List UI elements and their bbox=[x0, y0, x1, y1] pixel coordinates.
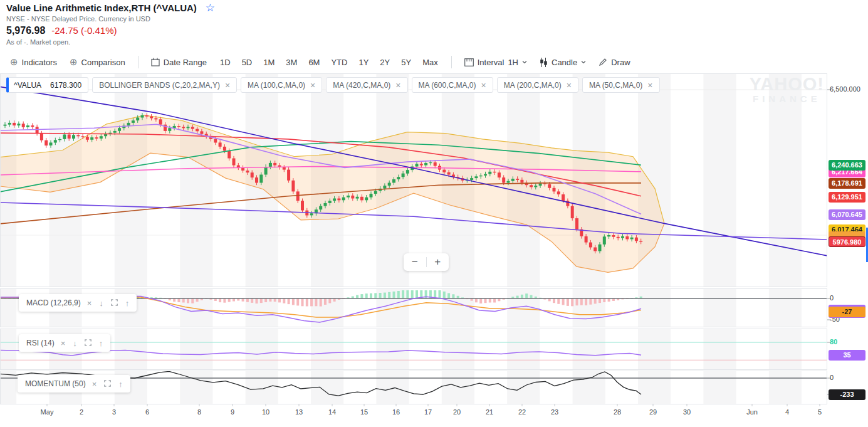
time-axis-label: 13 bbox=[295, 408, 303, 416]
comparison-label: Comparison bbox=[81, 58, 125, 67]
symbol-legend-chip[interactable]: ^VALUA 6178.300 bbox=[6, 77, 88, 93]
indicator-legend-chip[interactable]: MA (600,C,MA,0)× bbox=[412, 77, 493, 93]
price-tick: 6,500.000 bbox=[830, 85, 860, 93]
time-axis-label: 23 bbox=[551, 408, 558, 416]
circle-plus-icon: ⊕ bbox=[70, 56, 78, 68]
price-level-badge: 6,178.691 bbox=[829, 178, 865, 189]
candle-chart-icon bbox=[540, 58, 548, 67]
time-axis-label: 14 bbox=[328, 408, 336, 416]
close-icon[interactable]: × bbox=[567, 80, 572, 90]
up-icon[interactable]: ↑ bbox=[99, 339, 103, 347]
close-icon[interactable]: × bbox=[225, 80, 230, 90]
rsi-high-tick: 80 bbox=[830, 338, 837, 345]
range-button-6m[interactable]: 6M bbox=[303, 55, 325, 70]
time-axis-label: 30 bbox=[683, 408, 691, 416]
time-axis-label: 3 bbox=[112, 408, 116, 416]
calendar-icon bbox=[151, 58, 160, 66]
close-icon[interactable]: × bbox=[395, 80, 400, 90]
indicator-legend-chip[interactable]: MA (100,C,MA,0)× bbox=[241, 77, 322, 93]
macd-zero-tick: 0 bbox=[830, 294, 834, 302]
price-level-badge: 6,129.951 bbox=[829, 192, 865, 203]
momentum-value-badge: -233 bbox=[829, 389, 865, 400]
chart-type-label: Candle bbox=[552, 58, 577, 67]
range-button-1y[interactable]: 1Y bbox=[353, 55, 374, 70]
up-icon[interactable]: ↑ bbox=[125, 299, 130, 307]
legend-chip-row: ^VALUA 6178.300 BOLLINGER BANDS (C,20,2,… bbox=[6, 77, 660, 93]
symbol-label: ^VALUA bbox=[14, 81, 41, 90]
indicator-chip-label: BOLLINGER BANDS (C,20,2,MA,Y) bbox=[99, 81, 220, 90]
date-range-button[interactable]: Date Range bbox=[146, 55, 212, 70]
range-button-3m[interactable]: 3M bbox=[280, 55, 303, 70]
chart-type-dropdown[interactable]: Candle bbox=[535, 55, 591, 70]
price-change: -24.75 (-0.41%) bbox=[51, 25, 117, 36]
down-icon[interactable]: ↓ bbox=[99, 299, 103, 307]
time-axis-label: 6 bbox=[145, 408, 149, 416]
down-icon[interactable]: ↓ bbox=[73, 339, 77, 347]
interval-value: 1H bbox=[508, 58, 518, 67]
interval-label: Interval bbox=[478, 58, 505, 67]
expand-icon[interactable] bbox=[111, 299, 118, 307]
draw-label: Draw bbox=[611, 58, 630, 67]
chart-page: Value Line Arithmetic Index,RTH (^VALUA)… bbox=[0, 0, 868, 427]
time-axis-label: 5 bbox=[818, 408, 822, 416]
macd-panel-chip[interactable]: MACD (12,26,9) ×↓↑ bbox=[19, 294, 137, 312]
momentum-chip-buttons: ×↑ bbox=[92, 380, 123, 388]
interval-dropdown[interactable]: Interval 1H bbox=[459, 55, 532, 70]
range-button-2y[interactable]: 2Y bbox=[374, 55, 395, 70]
chart-toolbar: ⊕ Indicators ⊕ Comparison Date Range 1D5… bbox=[5, 54, 635, 70]
time-axis-label: 29 bbox=[649, 408, 657, 416]
range-button-ytd[interactable]: YTD bbox=[325, 55, 353, 70]
zoom-in-button[interactable]: + bbox=[427, 254, 449, 270]
time-axis-label: 9 bbox=[231, 408, 234, 416]
comparison-button[interactable]: ⊕ Comparison bbox=[65, 54, 130, 70]
toolbar-divider bbox=[138, 56, 139, 68]
indicator-chip-label: MA (200,C,MA,0) bbox=[504, 81, 562, 90]
indicator-chip-label: MA (420,C,MA,0) bbox=[333, 81, 390, 90]
momentum-panel-chip[interactable]: MOMENTUM (50) ×↑ bbox=[18, 375, 130, 393]
indicator-legend-chip[interactable]: MA (200,C,MA,0)× bbox=[497, 77, 578, 93]
range-button-max[interactable]: Max bbox=[417, 55, 444, 70]
time-axis-label: 16 bbox=[392, 408, 400, 416]
range-button-5d[interactable]: 5D bbox=[236, 55, 258, 70]
momentum-zero-tick: 0 bbox=[830, 374, 834, 381]
expand-icon[interactable] bbox=[85, 339, 92, 347]
rsi-panel-chip[interactable]: RSI (14) ×↓↑ bbox=[19, 334, 110, 352]
date-range-label: Date Range bbox=[164, 58, 207, 67]
close-icon[interactable]: × bbox=[310, 80, 315, 90]
macd-chip-buttons: ×↓↑ bbox=[87, 299, 130, 307]
star-icon[interactable]: ☆ bbox=[206, 3, 215, 13]
zoom-control: − + bbox=[404, 253, 449, 271]
indicators-button[interactable]: ⊕ Indicators bbox=[5, 54, 62, 70]
indicators-label: Indicators bbox=[22, 58, 57, 67]
macd-label: MACD (12,26,9) bbox=[26, 298, 81, 307]
up-icon[interactable]: ↑ bbox=[118, 380, 123, 388]
price-level-badge: 6,070.645 bbox=[829, 209, 865, 220]
range-button-5y[interactable]: 5Y bbox=[395, 55, 417, 70]
zoom-out-button[interactable]: − bbox=[404, 254, 426, 270]
toolbar-divider bbox=[451, 56, 452, 68]
time-axis-label: May bbox=[41, 408, 54, 416]
close-icon[interactable]: × bbox=[481, 80, 486, 90]
close-icon[interactable]: × bbox=[87, 299, 92, 307]
close-icon[interactable]: × bbox=[647, 80, 652, 90]
close-icon[interactable]: × bbox=[61, 339, 66, 347]
indicator-chip-label: MA (50,C,MA,0) bbox=[589, 81, 642, 90]
rsi-chip-buttons: ×↓↑ bbox=[61, 339, 103, 347]
draw-button[interactable]: Draw bbox=[593, 55, 635, 70]
range-button-1d[interactable]: 1D bbox=[214, 55, 236, 70]
indicator-legend-chip[interactable]: MA (420,C,MA,0)× bbox=[326, 77, 407, 93]
macd-value-badge: -27 bbox=[829, 307, 865, 317]
indicator-legend-chip[interactable]: BOLLINGER BANDS (C,20,2,MA,Y)× bbox=[92, 77, 237, 93]
price-level-badge: 6,240.663 bbox=[829, 160, 865, 171]
indicator-chip-label: MA (600,C,MA,0) bbox=[419, 81, 476, 90]
close-icon[interactable]: × bbox=[92, 380, 97, 388]
time-axis-label: 8 bbox=[197, 408, 201, 416]
expand-icon[interactable] bbox=[104, 380, 111, 388]
quote-header: Value Line Arithmetic Index,RTH (^VALUA)… bbox=[6, 3, 215, 46]
as-of-text: As of -. Market open. bbox=[6, 38, 215, 46]
circle-plus-icon: ⊕ bbox=[10, 56, 18, 68]
indicator-legend-chip[interactable]: MA (50,C,MA,0)× bbox=[582, 77, 660, 93]
momentum-label: MOMENTUM (50) bbox=[25, 379, 86, 388]
symbol-value: 6178.300 bbox=[50, 81, 81, 90]
range-button-1m[interactable]: 1M bbox=[258, 55, 280, 70]
